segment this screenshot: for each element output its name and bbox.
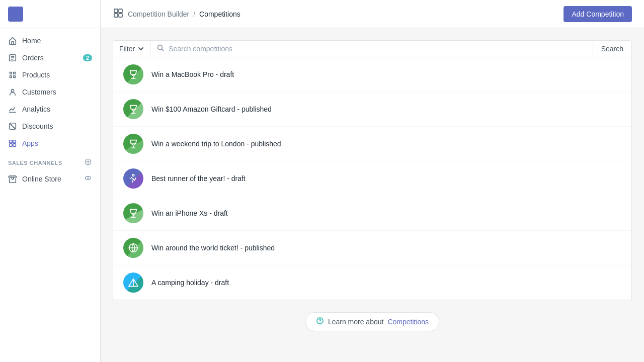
svg-point-11 <box>87 177 89 178</box>
add-channel-icon[interactable] <box>84 158 92 168</box>
svg-rect-6 <box>13 140 16 143</box>
svg-rect-12 <box>114 9 118 13</box>
competition-avatar <box>123 134 143 154</box>
search-bar: Filter Search <box>113 40 632 57</box>
sidebar-item-customers-label: Customers <box>22 88 56 96</box>
search-icon <box>156 44 165 54</box>
products-icon <box>8 70 17 79</box>
help-icon <box>316 317 324 327</box>
competition-item[interactable]: Win a weekend trip to London - published <box>113 127 631 161</box>
eye-icon[interactable] <box>84 174 92 184</box>
competition-item[interactable]: Win around the world ticket! - published <box>113 231 631 265</box>
svg-rect-14 <box>114 14 118 17</box>
svg-rect-7 <box>10 144 12 146</box>
filter-button[interactable]: Filter <box>113 41 150 57</box>
competition-name: Win a weekend trip to London - published <box>151 140 281 148</box>
competition-avatar <box>123 238 143 258</box>
sidebar-item-products-label: Products <box>22 71 50 79</box>
breadcrumb-separator: / <box>193 10 195 18</box>
page-body: Filter Search <box>101 28 644 362</box>
competition-item[interactable]: Best runner of the year! - draft <box>113 161 631 196</box>
svg-rect-8 <box>13 144 16 146</box>
competition-name: Win an iPhone Xs - draft <box>151 209 228 217</box>
sidebar-item-home[interactable]: Home <box>0 32 100 49</box>
sidebar-item-analytics-label: Analytics <box>22 105 50 113</box>
customers-icon <box>8 87 17 97</box>
competition-item[interactable]: Win $100 Amazon Giftcard - published <box>113 92 631 127</box>
competition-name: Best runner of the year! - draft <box>151 174 246 183</box>
sidebar-item-apps-label: Apps <box>22 139 38 147</box>
breadcrumb-current: Competitions <box>199 10 240 18</box>
main-content: Competition Builder / Competitions Add C… <box>101 0 644 362</box>
competition-name: A camping holiday - draft <box>151 279 229 287</box>
competition-avatar <box>123 168 143 189</box>
svg-point-20 <box>319 323 320 323</box>
competitions-link[interactable]: Competitions <box>387 318 429 326</box>
page-footer: Learn more about Competitions <box>113 300 632 343</box>
svg-rect-5 <box>10 140 12 143</box>
competition-avatar <box>123 64 143 84</box>
svg-point-1 <box>11 89 14 92</box>
apps-icon <box>8 139 17 148</box>
competition-name: Win $100 Amazon Giftcard - published <box>151 105 272 113</box>
logo-box <box>8 7 23 22</box>
filter-label: Filter <box>119 45 135 53</box>
competition-name: Win around the world ticket! - published <box>151 244 275 252</box>
sidebar: Home Orders 2 Products Customers <box>0 0 101 362</box>
competition-item[interactable]: A camping holiday - draft <box>113 265 631 300</box>
competition-builder-icon <box>113 8 124 20</box>
sidebar-item-online-store[interactable]: Online Store <box>0 170 100 188</box>
sidebar-item-products[interactable]: Products <box>0 66 100 83</box>
competition-item[interactable]: Win a MacBook Pro - draft <box>113 57 631 92</box>
sidebar-item-analytics[interactable]: Analytics <box>0 101 100 118</box>
sidebar-item-customers[interactable]: Customers <box>0 83 100 101</box>
top-bar: Competition Builder / Competitions Add C… <box>101 0 644 28</box>
svg-point-17 <box>132 174 134 176</box>
sales-channels-section: SALES CHANNELS <box>0 152 100 170</box>
competition-avatar <box>123 99 143 119</box>
sidebar-item-orders[interactable]: Orders 2 <box>0 49 100 66</box>
orders-icon <box>8 53 17 62</box>
competition-name: Win a MacBook Pro - draft <box>151 70 234 78</box>
svg-rect-13 <box>119 9 122 13</box>
competition-list: Win a MacBook Pro - draft Win $100 Amazo… <box>113 57 632 300</box>
analytics-icon <box>8 105 17 114</box>
discounts-icon <box>8 122 17 131</box>
sidebar-item-apps[interactable]: Apps <box>0 135 100 152</box>
sidebar-item-home-label: Home <box>22 37 41 45</box>
competition-avatar <box>123 273 143 293</box>
orders-badge: 2 <box>83 54 92 61</box>
sidebar-item-discounts[interactable]: Discounts <box>0 118 100 135</box>
competition-item[interactable]: Win an iPhone Xs - draft <box>113 196 631 231</box>
home-icon <box>8 36 17 45</box>
sidebar-item-discounts-label: Discounts <box>22 122 53 130</box>
add-competition-button[interactable]: Add Competition <box>564 6 632 22</box>
search-button[interactable]: Search <box>593 41 631 57</box>
breadcrumb: Competition Builder / Competitions <box>113 8 240 20</box>
breadcrumb-parent[interactable]: Competition Builder <box>128 10 189 18</box>
learn-more-box[interactable]: Learn more about Competitions <box>305 312 439 331</box>
store-icon <box>8 174 17 184</box>
sidebar-item-orders-label: Orders <box>22 54 44 62</box>
online-store-label: Online Store <box>22 175 61 183</box>
sales-channels-label: SALES CHANNELS <box>8 160 62 166</box>
competition-avatar <box>123 203 143 223</box>
search-input[interactable] <box>169 45 587 53</box>
sidebar-logo <box>0 0 100 28</box>
sidebar-nav: Home Orders 2 Products Customers <box>0 28 100 192</box>
learn-more-text: Learn more about <box>328 318 384 326</box>
svg-rect-15 <box>119 14 122 17</box>
